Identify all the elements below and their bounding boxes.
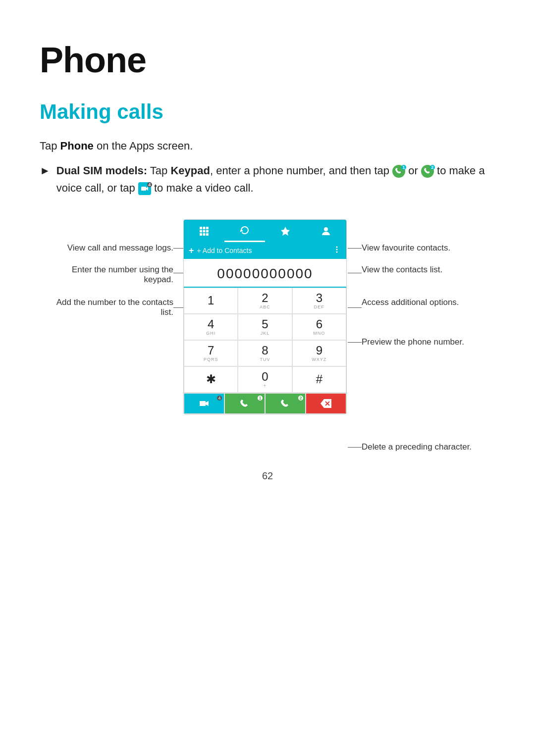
phone-tabs-bar — [184, 220, 346, 242]
video-icon: 4 — [138, 182, 151, 195]
tab-contacts — [306, 221, 346, 242]
annotation-delete: Delete a preceding character. — [362, 442, 472, 452]
svg-rect-6 — [203, 230, 206, 232]
key-5: 5JKL — [238, 314, 292, 340]
intro-text-rest: on the Apps screen. — [94, 140, 193, 152]
svg-point-15 — [336, 252, 338, 253]
annotation-contacts-list: View the contacts list. — [362, 265, 442, 275]
action-row: 4 1 2 — [184, 393, 346, 414]
annotation-add-contacts: Add the number to the contactslist. — [40, 298, 173, 317]
phone2-icon: 2 — [421, 165, 434, 178]
line-favourites — [348, 248, 362, 249]
annotation-options: Access additional options. — [362, 298, 459, 307]
key-8: 8TUV — [238, 340, 292, 366]
key-3: 3DEF — [292, 288, 346, 314]
dual-sim-paragraph: ► Dual SIM models: Tap Keypad, enter a p… — [40, 162, 495, 197]
svg-rect-8 — [200, 233, 202, 236]
key-6: 6MNO — [292, 314, 346, 340]
tab-recents — [224, 220, 265, 242]
phone-ui-mockup: + + Add to Contacts 00000000000 1 2ABC 3… — [183, 219, 347, 414]
intro-paragraph: Tap Phone on the Apps screen. — [40, 138, 495, 154]
svg-rect-4 — [206, 227, 209, 229]
dual-sim-bold: Dual SIM models: — [56, 164, 147, 177]
svg-marker-17 — [206, 401, 209, 406]
key-star: ✱ — [184, 366, 238, 393]
svg-marker-11 — [281, 227, 290, 236]
svg-rect-5 — [200, 230, 202, 232]
keypad-bold: Keypad — [170, 164, 210, 177]
call-sim1-button: 1 — [224, 393, 265, 414]
dual-sim-text: Dual SIM models: Tap Keypad, enter a pho… — [56, 162, 495, 197]
svg-rect-0 — [141, 187, 146, 191]
phone-number-text: 00000000000 — [217, 266, 313, 281]
svg-marker-1 — [146, 187, 148, 191]
phone1-icon: 1 — [392, 165, 405, 178]
more-options-icon — [332, 245, 341, 256]
svg-rect-16 — [200, 401, 206, 406]
key-4: 4GHI — [184, 314, 238, 340]
call-sim2-button: 2 — [265, 393, 306, 414]
svg-point-14 — [336, 249, 338, 251]
add-contacts-row: + + Add to Contacts — [184, 242, 346, 259]
delete-button — [306, 393, 346, 414]
key-hash: # — [292, 366, 346, 393]
add-contacts-button: + + Add to Contacts — [189, 246, 252, 256]
key-1: 1 — [184, 288, 238, 314]
page-container: Phone Making calls Tap Phone on the Apps… — [0, 0, 535, 502]
keypad-grid: 1 2ABC 3DEF 4GHI 5JKL 6MNO 7PQRS 8TUV 9W… — [184, 288, 346, 393]
svg-rect-9 — [203, 233, 206, 236]
page-title: Phone — [40, 40, 495, 80]
intro-bold-phone: Phone — [60, 140, 94, 152]
diagram-area: View call and message logs. Enter the nu… — [40, 214, 495, 472]
video-call-button: 4 — [184, 393, 224, 414]
annotation-keypad-enter: Enter the number using thekeypad. — [40, 265, 173, 285]
section-title: Making calls — [40, 100, 495, 124]
tab-keypad — [184, 221, 224, 242]
svg-point-13 — [336, 247, 338, 248]
svg-rect-3 — [203, 227, 206, 229]
tab-favourites — [265, 221, 306, 242]
svg-rect-2 — [200, 227, 202, 229]
annotation-preview: Preview the phone number. — [362, 337, 464, 347]
key-0: 0+ — [238, 366, 292, 393]
phone-number-display: 00000000000 — [184, 259, 346, 288]
arrow-icon: ► — [40, 162, 51, 179]
line-options — [348, 307, 362, 308]
line-delete — [348, 447, 362, 448]
annotation-call-log: View call and message logs. — [40, 243, 173, 253]
key-9: 9WXYZ — [292, 340, 346, 366]
annotation-favourites: View favourite contacts. — [362, 243, 450, 253]
line-preview — [348, 342, 362, 343]
key-7: 7PQRS — [184, 340, 238, 366]
line-contacts-list — [348, 273, 362, 273]
key-2: 2ABC — [238, 288, 292, 314]
svg-rect-10 — [206, 233, 209, 236]
svg-marker-18 — [321, 399, 331, 408]
page-number: 62 — [262, 470, 273, 482]
add-contacts-label: + Add to Contacts — [197, 247, 252, 254]
svg-rect-7 — [206, 230, 209, 232]
intro-text-tap: Tap — [40, 140, 60, 152]
svg-point-12 — [324, 227, 328, 231]
